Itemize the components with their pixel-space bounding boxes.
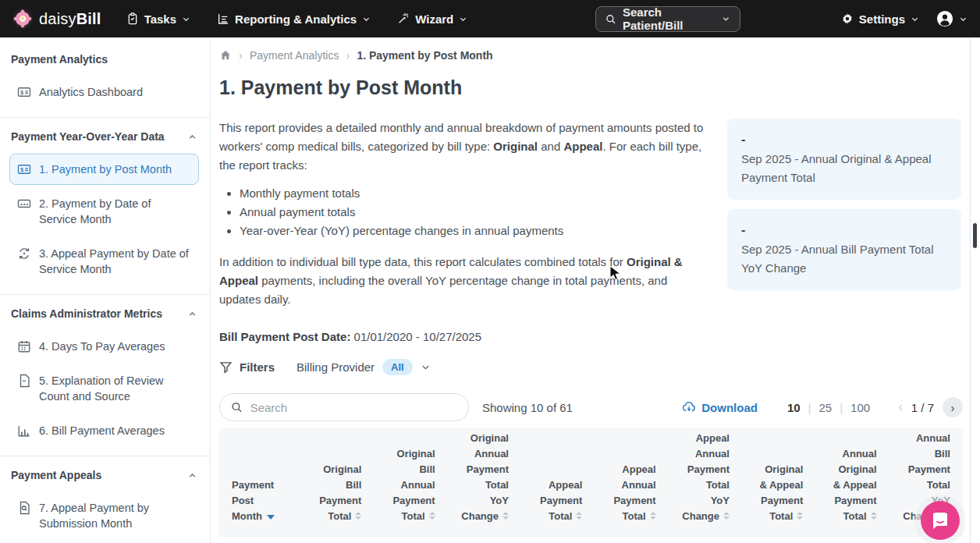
nav-account[interactable] (936, 10, 968, 27)
sidebar-item-payment-by-post-month[interactable]: $ 1. Payment by Post Month (9, 154, 199, 185)
column-header-original-bill-payment-total[interactable]: Original Bill Payment Total (291, 462, 364, 524)
column-header-appeal-payment-total[interactable]: Appeal Payment Total (512, 477, 585, 524)
sidebar-item-analytics-dashboard[interactable]: $ Analytics Dashboard (9, 76, 199, 108)
column-header-original-annual-payment-total-yoy-change[interactable]: Original Annual Payment Total YoY Change (439, 431, 512, 524)
nav-wizard[interactable]: Wizard (397, 12, 467, 26)
nav-settings[interactable]: Settings (841, 12, 919, 26)
chat-widget-button[interactable] (921, 501, 960, 540)
chevron-down-icon (959, 15, 968, 23)
sidebar-item-days-to-pay[interactable]: 4. Days To Pay Averages (9, 331, 199, 362)
wand-icon (397, 12, 410, 25)
download-label: Download (701, 401, 758, 414)
daisy-flower-icon (12, 9, 33, 29)
search-icon (605, 13, 616, 25)
sort-icon[interactable] (576, 512, 582, 520)
stat-card-annual-yoy-change: - Sep 2025 - Annual Bill Payment Total Y… (727, 209, 961, 290)
chevron-up-icon[interactable] (187, 132, 197, 142)
sidebar-item-label: 2. Payment by Date of Service Month (39, 196, 191, 227)
filters-label: Filters (240, 360, 275, 374)
sort-icon[interactable] (650, 512, 656, 520)
chevron-up-icon[interactable] (187, 470, 197, 481)
billing-provider-filter[interactable]: Billing Provider All (296, 359, 431, 375)
section-payment-analytics: Payment Analytics (11, 53, 197, 66)
stat-card-annual-payment-total: - Sep 2025 - Annual Original & Appeal Pa… (727, 119, 961, 200)
bullet-item: Monthly payment totals (240, 184, 706, 203)
download-button[interactable]: Download (682, 400, 758, 414)
svg-text:$: $ (20, 167, 23, 173)
column-header-appeal-annual-payment-total[interactable]: Appeal Annual Payment Total (585, 462, 659, 524)
sidebar-item-label: Analytics Dashboard (39, 84, 143, 100)
next-page-button[interactable]: › (943, 397, 963, 417)
table-search-input[interactable] (250, 401, 457, 414)
sort-icon[interactable] (797, 512, 803, 520)
table-search[interactable] (219, 393, 469, 421)
breadcrumb: › Payment Analytics › 1. Payment by Post… (219, 48, 963, 62)
sidebar-item-appeal-payment-by-submission[interactable]: 7. Appeal Payment by Submission Month (9, 492, 199, 539)
nav-reporting-label: Reporting & Analytics (235, 12, 357, 26)
sidebar-item-eor-count-source[interactable]: 5. Explanation of Review Count and Sourc… (9, 365, 199, 412)
sidebar-item-payment-by-dos-month[interactable]: 2. Payment by Date of Service Month (9, 188, 199, 235)
prev-page-button[interactable]: ‹ (898, 399, 903, 415)
sidebar-item-bill-payment-averages[interactable]: 6. Bill Payment Averages (9, 415, 199, 446)
svg-text:$: $ (20, 90, 23, 96)
chevron-down-icon (911, 15, 919, 23)
scrollbar-thumb[interactable] (973, 223, 977, 248)
column-header-annual-original-appeal-payment-total[interactable]: Annual Original & Appeal Payment Total (806, 446, 879, 524)
chevron-down-icon (722, 14, 730, 23)
column-header-payment-post-month[interactable]: Payment Post Month (229, 477, 291, 524)
column-header-appeal-annual-payment-total-yoy-change[interactable]: Appeal Annual Payment Total YoY Change (659, 431, 733, 524)
sidebar-item-appeal-payment-by-dos-month[interactable]: 3. Appeal Payment by Date of Service Mon… (9, 238, 199, 285)
chevron-down-icon (421, 362, 431, 372)
banknote-icon: $ (17, 162, 31, 176)
nav-settings-label: Settings (859, 12, 905, 26)
chevron-down-icon (459, 15, 467, 23)
nav-tasks[interactable]: Tasks (126, 12, 190, 26)
chevron-up-icon[interactable] (187, 309, 197, 319)
home-icon[interactable] (219, 49, 232, 62)
sort-icon[interactable] (429, 512, 435, 520)
page-size-100[interactable]: 100 (850, 401, 870, 414)
sort-icon[interactable] (871, 512, 877, 520)
sidebar-item-label: 4. Days To Pay Averages (39, 339, 165, 354)
sort-icon[interactable] (723, 512, 730, 520)
filters-button[interactable]: Filters (219, 360, 275, 374)
top-navbar: daisyBill Tasks Reporting & Analytics Wi… (0, 0, 980, 37)
sort-desc-icon[interactable] (267, 515, 275, 520)
pagination: ‹ 1 / 7 › (898, 397, 963, 417)
global-search-label: Search Patient/Bill (623, 5, 715, 32)
gear-icon (841, 12, 854, 25)
document-icon (17, 374, 31, 388)
banknote-icon: $ (17, 85, 31, 99)
report-paragraph-1: This report provides a detailed monthly … (219, 119, 706, 175)
showing-count: Showing 10 of 61 (482, 401, 573, 414)
billing-provider-value-badge: All (382, 359, 413, 375)
chevron-down-icon (362, 15, 371, 23)
stat-label: Sep 2025 - Annual Original & Appeal Paym… (741, 150, 947, 187)
global-search[interactable]: Search Patient/Bill (595, 6, 740, 32)
post-date-range: Bill Payment Post Date: 01/01/2020 - 10/… (219, 328, 706, 346)
sort-icon[interactable] (355, 512, 361, 520)
sidebar-item-label: 3. Appeal Payment by Date of Service Mon… (39, 246, 191, 277)
nav-reporting-analytics[interactable]: Reporting & Analytics (217, 12, 371, 26)
breadcrumb-separator: › (239, 48, 243, 62)
report-paragraph-2: In addition to individual bill type data… (219, 253, 706, 309)
page-scrollbar[interactable] (970, 37, 980, 543)
page-indicator: 1 / 7 (911, 401, 934, 414)
section-payment-appeals[interactable]: Payment Appeals (11, 469, 197, 481)
breadcrumb-link[interactable]: Payment Analytics (250, 49, 339, 62)
document-search-icon (17, 501, 31, 515)
section-payment-yoy[interactable]: Payment Year-Over-Year Data (11, 130, 197, 143)
sidebar: Payment Analytics $ Analytics Dashboard … (0, 37, 211, 543)
page-size-25[interactable]: 25 (819, 401, 833, 414)
report-chart-icon (217, 12, 229, 25)
column-header-original-bill-annual-payment-total[interactable]: Original Bill Annual Payment Total (364, 446, 438, 524)
section-claims-admin-metrics[interactable]: Claims Administrator Metrics (11, 307, 197, 320)
sort-icon[interactable] (502, 512, 509, 520)
report-description: This report provides a detailed monthly … (219, 119, 706, 346)
page-title: 1. Payment by Post Month (219, 76, 963, 99)
brand-logo[interactable]: daisyBill (12, 9, 101, 29)
report-bullet-list: Monthly payment totals Annual payment to… (219, 184, 706, 240)
nav-wizard-label: Wizard (415, 12, 453, 26)
page-size-10[interactable]: 10 (787, 401, 801, 414)
column-header-original-appeal-payment-total[interactable]: Original & Appeal Payment Total (733, 462, 806, 524)
